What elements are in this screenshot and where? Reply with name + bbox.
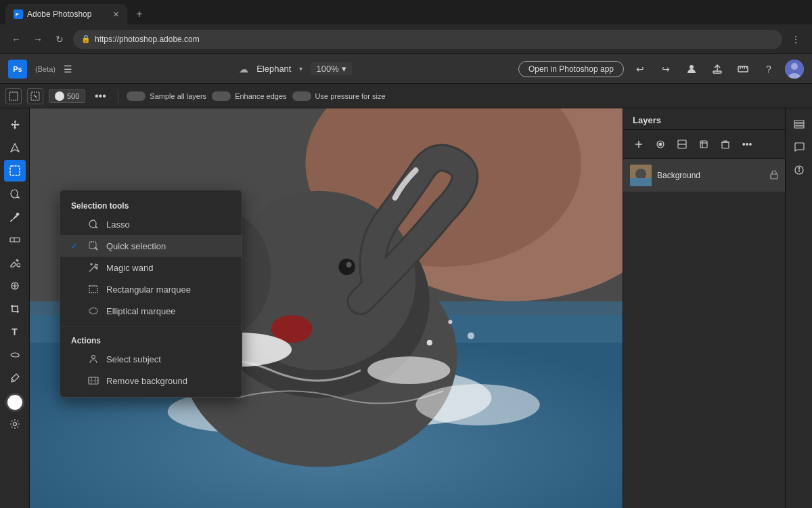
rectangular-marquee-item[interactable]: Rectangular marquee — [60, 278, 242, 300]
remove-background-item[interactable]: Remove background — [60, 370, 242, 391]
lasso-tool-item[interactable]: Lasso — [60, 213, 242, 235]
svg-rect-64 — [630, 178, 652, 186]
ruler-button[interactable] — [734, 60, 752, 79]
hamburger-menu[interactable]: ☰ — [64, 64, 72, 75]
crop-tool[interactable] — [4, 298, 26, 320]
eraser-tool[interactable] — [4, 229, 26, 251]
layer-fx-button[interactable] — [695, 135, 713, 153]
select-subject-label: Select subject — [106, 354, 161, 364]
selection-mode-2[interactable] — [27, 88, 43, 104]
selection-tool[interactable] — [4, 160, 26, 182]
sample-all-layers-toggle[interactable] — [127, 91, 145, 101]
address-bar: ← → ↻ 🔒 https://photoshop.adobe.com ⋮ — [0, 24, 812, 54]
help-button[interactable]: ? — [759, 60, 778, 79]
beta-label: (Beta) — [35, 65, 55, 73]
redo-button[interactable]: ↪ — [656, 60, 675, 79]
brush-size-value: 500 — [67, 92, 79, 100]
healing-tool[interactable] — [4, 275, 26, 297]
svg-point-20 — [17, 263, 20, 267]
url-bar[interactable]: 🔒 https://photoshop.adobe.com — [73, 30, 782, 49]
quick-selection-checkmark: ✓ — [71, 241, 81, 251]
paint-bucket-tool[interactable] — [4, 252, 26, 274]
pressure-toggle[interactable] — [292, 91, 311, 101]
new-tab-button[interactable]: + — [130, 5, 149, 24]
far-right-panel — [785, 108, 812, 508]
browser-menu-button[interactable]: ⋮ — [788, 31, 804, 47]
svg-point-71 — [798, 167, 800, 169]
svg-point-47 — [96, 268, 97, 269]
browser-chrome: P Adobe Photoshop ✕ + ← → ↻ 🔒 https://ph… — [0, 0, 812, 54]
warp-tool[interactable] — [4, 344, 26, 366]
svg-point-17 — [16, 213, 18, 215]
avatar[interactable] — [785, 60, 804, 79]
file-chevron[interactable]: ▾ — [299, 65, 302, 72]
layers-toolbar: ••• — [623, 130, 785, 159]
foreground-color-swatch[interactable] — [5, 393, 24, 412]
eyedropper-tool[interactable] — [4, 367, 26, 389]
elliptical-marquee-item[interactable]: Elliptical marquee — [60, 300, 242, 322]
pen-tool[interactable] — [4, 137, 26, 158]
chat-icon[interactable] — [789, 137, 809, 157]
selection-mode-1[interactable] — [5, 88, 22, 104]
brush-size-control[interactable]: 500 — [49, 89, 85, 103]
undo-button[interactable]: ↩ — [631, 60, 650, 79]
svg-point-39 — [415, 384, 539, 425]
type-tool[interactable]: T — [4, 321, 26, 343]
dropdown-divider — [60, 326, 242, 326]
layer-more-options[interactable]: ••• — [738, 135, 756, 153]
select-subject-item[interactable]: Select subject — [60, 348, 242, 370]
tab-close-button[interactable]: ✕ — [113, 10, 119, 19]
layers-header: Layers — [623, 108, 785, 130]
enhance-edges-option: Enhance edges — [212, 91, 286, 101]
file-name[interactable]: Elephant — [256, 64, 291, 74]
svg-rect-51 — [89, 377, 98, 384]
svg-point-10 — [791, 63, 798, 70]
enhance-edges-toggle[interactable] — [212, 91, 231, 101]
add-layer-button[interactable] — [630, 135, 648, 153]
back-button[interactable]: ← — [8, 31, 24, 47]
background-layer[interactable]: Background — [623, 159, 785, 192]
lasso-label: Lasso — [106, 219, 130, 230]
move-tool[interactable] — [4, 114, 26, 135]
main-area: T — [0, 108, 812, 508]
select-subject-space — [71, 354, 81, 364]
share-button[interactable] — [708, 60, 727, 79]
more-options-button[interactable]: ••• — [91, 87, 110, 106]
remove-bg-space — [71, 376, 81, 385]
svg-rect-48 — [89, 286, 97, 293]
browser-tab[interactable]: P Adobe Photoshop ✕ — [5, 4, 127, 24]
settings-tool[interactable] — [4, 413, 26, 435]
remove-background-icon — [87, 375, 99, 387]
svg-point-46 — [91, 263, 92, 265]
quick-selection-item[interactable]: ✓ Quick selection — [60, 235, 242, 257]
toolbar-divider-1 — [118, 89, 118, 103]
adjustment-layer-button[interactable] — [673, 135, 691, 153]
svg-point-63 — [635, 169, 646, 179]
brush-tool[interactable] — [4, 206, 26, 228]
sample-all-layers-option: Sample all layers — [127, 91, 206, 101]
info-icon[interactable] — [789, 160, 809, 180]
ellip-marquee-checkmark — [71, 306, 81, 316]
forward-button[interactable]: → — [30, 31, 46, 47]
svg-rect-57 — [700, 141, 707, 148]
svg-point-22 — [13, 423, 16, 426]
svg-text:P: P — [16, 12, 19, 17]
svg-rect-16 — [10, 166, 20, 175]
svg-rect-66 — [794, 121, 804, 123]
svg-rect-67 — [794, 123, 804, 125]
lasso-checkmark — [71, 219, 81, 229]
layers-panel-icon[interactable] — [789, 114, 809, 134]
ellip-marquee-icon — [87, 305, 99, 317]
refresh-button[interactable]: ↻ — [51, 31, 68, 47]
lock-icon: 🔒 — [81, 35, 91, 43]
zoom-chevron: ▾ — [342, 64, 346, 74]
delete-layer-button[interactable] — [717, 135, 734, 153]
magic-wand-item[interactable]: Magic wand — [60, 257, 242, 278]
layer-mask-button[interactable] — [652, 135, 669, 153]
layers-panel: Layers ••• — [623, 108, 785, 508]
lasso-tool[interactable] — [4, 183, 26, 205]
zoom-control[interactable]: 100% ▾ — [311, 62, 351, 75]
open-in-photoshop-button[interactable]: Open in Photoshop app — [518, 61, 624, 77]
rect-marquee-checkmark — [71, 284, 81, 294]
account-button[interactable] — [682, 60, 701, 79]
